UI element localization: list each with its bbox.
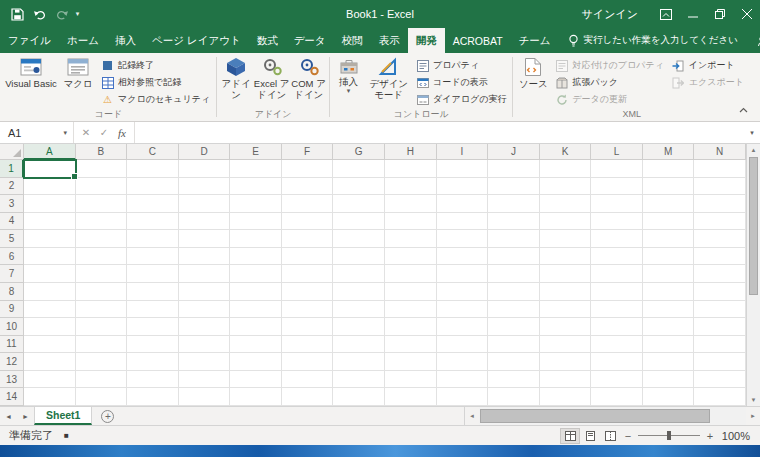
grid-cell[interactable]: [488, 318, 540, 336]
grid-cell[interactable]: [591, 301, 643, 319]
xml-source-button[interactable]: ソース: [515, 55, 551, 108]
undo-button[interactable]: [29, 4, 50, 24]
grid-cell[interactable]: [333, 213, 385, 231]
grid-cell[interactable]: [694, 283, 746, 301]
grid-cell[interactable]: [127, 371, 179, 389]
grid-cell[interactable]: [179, 353, 231, 371]
column-header[interactable]: L: [591, 144, 643, 160]
grid-cell[interactable]: [333, 336, 385, 354]
grid-cell[interactable]: [179, 248, 231, 266]
close-button[interactable]: [733, 0, 760, 28]
grid-cell[interactable]: [437, 178, 489, 196]
grid-cell[interactable]: [282, 301, 334, 319]
scroll-down-button[interactable]: ▼: [747, 394, 760, 406]
grid-cell[interactable]: [76, 353, 128, 371]
grid-cell[interactable]: [540, 388, 592, 406]
grid-cell[interactable]: [437, 318, 489, 336]
vertical-scroll-thumb[interactable]: [749, 157, 758, 295]
grid-cell[interactable]: [179, 301, 231, 319]
grid-cell[interactable]: [127, 265, 179, 283]
grid-cell[interactable]: [127, 318, 179, 336]
grid-cell[interactable]: [540, 336, 592, 354]
grid-cell[interactable]: [488, 371, 540, 389]
excel-addins-button[interactable]: Excel アドイン: [253, 55, 290, 108]
grid-cell[interactable]: [540, 248, 592, 266]
row-header[interactable]: 1: [0, 160, 24, 178]
row-header[interactable]: 5: [0, 230, 24, 248]
ribbon-tab[interactable]: 校閲: [334, 28, 371, 53]
grid-cell[interactable]: [24, 195, 76, 213]
ribbon-tab[interactable]: ACROBAT: [445, 28, 511, 53]
grid-cell[interactable]: [282, 283, 334, 301]
grid-cell[interactable]: [385, 230, 437, 248]
grid-cell[interactable]: [488, 336, 540, 354]
addins-button[interactable]: アドイン: [219, 55, 253, 108]
grid-cell[interactable]: [76, 336, 128, 354]
grid-cell[interactable]: [76, 283, 128, 301]
grid-cell[interactable]: [230, 248, 282, 266]
grid-cell[interactable]: [282, 336, 334, 354]
scroll-left-button[interactable]: ◄: [465, 407, 479, 425]
grid-cell[interactable]: [179, 283, 231, 301]
column-header[interactable]: J: [488, 144, 540, 160]
zoom-out-button[interactable]: −: [620, 430, 636, 442]
grid-cell[interactable]: [591, 371, 643, 389]
grid-cell[interactable]: [127, 248, 179, 266]
grid-cell[interactable]: [179, 213, 231, 231]
grid-cell[interactable]: [76, 388, 128, 406]
ribbon-display-options-button[interactable]: [652, 0, 679, 28]
grid-cell[interactable]: [643, 248, 695, 266]
zoom-level[interactable]: 100%: [718, 430, 760, 442]
properties-button[interactable]: プロパティ: [412, 57, 510, 74]
grid-cell[interactable]: [76, 301, 128, 319]
grid-cell[interactable]: [127, 301, 179, 319]
grid-cell[interactable]: [643, 283, 695, 301]
grid-cell[interactable]: [333, 195, 385, 213]
grid-cell[interactable]: [179, 265, 231, 283]
grid-cell[interactable]: [127, 213, 179, 231]
column-header[interactable]: G: [333, 144, 385, 160]
grid-cell[interactable]: [24, 336, 76, 354]
grid-cell[interactable]: [230, 178, 282, 196]
grid-cell[interactable]: [540, 318, 592, 336]
grid-cell[interactable]: [24, 388, 76, 406]
grid-cell[interactable]: [540, 178, 592, 196]
grid-cell[interactable]: [694, 318, 746, 336]
grid-cell[interactable]: [179, 336, 231, 354]
column-header[interactable]: N: [694, 144, 746, 160]
tab-file[interactable]: ファイル: [0, 28, 59, 53]
grid-cell[interactable]: [127, 388, 179, 406]
grid-cell[interactable]: [694, 230, 746, 248]
grid-cell[interactable]: [385, 301, 437, 319]
grid-cell[interactable]: [437, 371, 489, 389]
grid-cell[interactable]: [127, 178, 179, 196]
grid-cell[interactable]: [282, 248, 334, 266]
grid-cell[interactable]: [385, 371, 437, 389]
grid-cell[interactable]: [643, 301, 695, 319]
grid-cell[interactable]: [230, 336, 282, 354]
grid-cell[interactable]: [591, 160, 643, 178]
grid-cell[interactable]: [179, 371, 231, 389]
grid-cell[interactable]: [282, 371, 334, 389]
grid-cell[interactable]: [179, 195, 231, 213]
expansion-packs-button[interactable]: 拡張パック: [551, 74, 667, 91]
sheet-nav-left-button[interactable]: ◄: [0, 407, 17, 425]
grid-cell[interactable]: [694, 248, 746, 266]
row-header[interactable]: 13: [0, 371, 24, 389]
grid-cell[interactable]: [333, 230, 385, 248]
grid-cell[interactable]: [540, 353, 592, 371]
new-sheet-button[interactable]: +: [101, 410, 114, 423]
stop-recording-button[interactable]: 記録終了: [97, 57, 214, 74]
grid-cell[interactable]: [127, 230, 179, 248]
column-header[interactable]: I: [437, 144, 489, 160]
grid-cell[interactable]: [591, 353, 643, 371]
grid-cell[interactable]: [540, 265, 592, 283]
grid-cell[interactable]: [230, 160, 282, 178]
row-header[interactable]: 8: [0, 283, 24, 301]
grid-cell[interactable]: [282, 353, 334, 371]
grid-cell[interactable]: [282, 178, 334, 196]
grid-cell[interactable]: [437, 336, 489, 354]
grid-cell[interactable]: [694, 160, 746, 178]
grid-cell[interactable]: [24, 213, 76, 231]
grid-cell[interactable]: [540, 301, 592, 319]
